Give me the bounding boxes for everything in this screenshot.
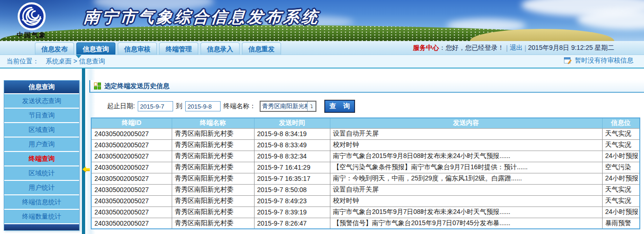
- cell-send-time: 2015-9-8 8:32:34: [254, 151, 330, 162]
- table-row[interactable]: 240305002005027 青秀区南阳新光村委 2015-9-7 8:49:…: [91, 195, 640, 206]
- table-row[interactable]: 240305002005027 青秀区南阳新光村委 2015-9-7 8:26:…: [91, 218, 640, 229]
- table-column-header: 发送内容: [330, 118, 602, 128]
- table-row[interactable]: 240305002005027 青秀区南阳新光村委 2015-9-8 8:34:…: [91, 128, 640, 139]
- separator: |: [506, 44, 508, 52]
- cell-terminal-name: 青秀区南阳新光村委: [172, 206, 254, 218]
- collapse-left-arrow-icon[interactable]: [82, 166, 90, 172]
- cell-send-content: 南宁市气象台2015年9月7日08时发布未来24小时天气预报......: [330, 206, 602, 218]
- table-row[interactable]: 240305002005027 青秀区南阳新光村委 2015-9-7 8:50:…: [91, 184, 640, 195]
- grid-blocks-icon: [94, 83, 101, 89]
- nav-tabs: 信息发布 信息查询 信息审核 终端管理 信息录入 信息重发: [35, 42, 281, 55]
- sidebar-item[interactable]: 节目查询: [4, 109, 79, 122]
- sidebar-item[interactable]: 发送状态查询: [4, 94, 79, 108]
- cell-terminal-name: 青秀区南阳新光村委: [172, 173, 254, 184]
- page-title: 南宁市气象综合信息发布系统: [83, 7, 320, 28]
- cell-send-content: 设置自动开关屏: [330, 128, 602, 139]
- cell-info-type: 空气污染: [602, 162, 640, 173]
- table-row[interactable]: 240305002005027 青秀区南阳新光村委 2015-9-7 16:35…: [91, 173, 640, 184]
- to-label: 到: [176, 102, 182, 110]
- cell-terminal-name: 青秀区南阳新光村委: [172, 162, 254, 173]
- sidebar-item[interactable]: 区域统计: [4, 166, 79, 180]
- table-body: 240305002005027 青秀区南阳新光村委 2015-9-8 8:34:…: [91, 128, 640, 229]
- terminal-select[interactable]: 青秀区南阳新光村委 ⤵: [260, 101, 316, 112]
- table-row[interactable]: 240305002005027 青秀区南阳新光村委 2015-9-8 8:33:…: [91, 139, 640, 151]
- breadcrumb-label: 当前位置：: [7, 57, 39, 65]
- cell-terminal-name: 青秀区南阳新光村委: [172, 195, 254, 206]
- cell-send-time: 2015-9-7 16:35:17: [254, 173, 330, 184]
- cell-send-content: 南宁市气象台2015年9月8日08时发布未来24小时天气预报......: [330, 151, 602, 162]
- nav-tab[interactable]: 信息发布: [35, 42, 74, 55]
- cell-send-time: 2015-9-8 8:34:19: [254, 128, 330, 139]
- pending-review-text: 暂时没有待审核信息: [575, 56, 633, 65]
- table-column-header: 发送时间: [254, 118, 330, 128]
- separator: |: [524, 44, 526, 52]
- cell-terminal-name: 青秀区南阳新光村委: [172, 139, 254, 151]
- cell-info-type: 天气实况: [602, 195, 640, 206]
- cell-info-type: 24小时预报: [602, 173, 640, 184]
- sidebar-item[interactable]: 终端数量统计: [4, 210, 79, 223]
- table-row[interactable]: 240305002005027 青秀区南阳新光村委 2015-9-7 16:41…: [91, 162, 640, 173]
- cell-send-time: 2015-9-7 16:41:29: [254, 162, 330, 173]
- nav-tab[interactable]: 信息录入: [201, 42, 240, 55]
- search-button[interactable]: 查 询: [325, 100, 355, 112]
- sidebar-divider: [82, 69, 85, 234]
- sidebar-item[interactable]: 终端信息统计: [4, 195, 79, 209]
- sidebar-item[interactable]: 终端查询: [4, 152, 79, 165]
- cell-send-content: 校对时钟: [330, 139, 602, 151]
- cell-send-content: 校对时钟: [330, 195, 602, 206]
- table-column-header: 终端ID: [91, 118, 172, 128]
- sidebar-item[interactable]: 用户统计: [4, 181, 79, 194]
- service-center-label: 服务中心: [413, 44, 439, 52]
- nav-tab[interactable]: 信息审核: [118, 42, 157, 55]
- breadcrumb-bar: 当前位置： 系统桌面 > 信息查询 暂时没有待审核信息: [0, 55, 644, 69]
- cell-terminal-id: 240305002005027: [91, 218, 172, 229]
- breadcrumb-path[interactable]: 系统桌面 > 信息查询: [46, 57, 105, 65]
- date-from-input[interactable]: [138, 101, 173, 111]
- cell-terminal-id: 240305002005027: [91, 173, 172, 184]
- query-form: 起止日期: 到 终端名称： 青秀区南阳新光村委 ⤵ 查 询: [89, 98, 644, 114]
- sidebar: 信息查询 发送状态查询 节目查询 区域查询 用户查询 终端查询 区域统计 用户统…: [4, 80, 80, 231]
- login-greeting: ：您好，您已经登录！: [439, 44, 504, 52]
- chevron-down-icon: ⤵: [307, 102, 315, 111]
- cell-terminal-name: 青秀区南阳新光村委: [172, 128, 254, 139]
- pending-review-notice[interactable]: 暂时没有待审核信息: [564, 56, 633, 65]
- cell-send-time: 2015-9-7 8:39:19: [254, 206, 330, 218]
- date-to-input[interactable]: [185, 101, 221, 111]
- logout-link[interactable]: 退出: [510, 44, 523, 52]
- cell-send-content: 【空气污染气象条件预报】南宁市气象台9月7日16时提供：预计......: [330, 162, 602, 173]
- nav-tab[interactable]: 信息查询: [76, 42, 115, 55]
- cell-terminal-id: 240305002005027: [91, 139, 172, 151]
- panel-header: 选定终端发送历史信息: [89, 80, 644, 93]
- sidebar-footer: [4, 224, 79, 230]
- sidebar-item[interactable]: 用户查询: [4, 138, 79, 151]
- collapse-arrow-stem: [86, 168, 90, 171]
- panel-title: 选定终端发送历史信息: [104, 82, 169, 90]
- table-header-row: 终端ID 终端名称 发送时间 发送内容 信息位: [91, 118, 640, 128]
- cell-info-type: 24小时预报: [602, 151, 640, 162]
- cell-terminal-name: 青秀区南阳新光村委: [172, 184, 254, 195]
- cell-terminal-id: 240305002005027: [91, 195, 172, 206]
- cell-send-content: 设置自动开关屏: [330, 184, 602, 195]
- cell-info-type: 天气实况: [602, 139, 640, 151]
- table-row[interactable]: 240305002005027 青秀区南阳新光村委 2015-9-8 8:32:…: [91, 151, 640, 162]
- table-row[interactable]: 240305002005027 青秀区南阳新光村委 2015-9-7 8:39:…: [91, 206, 640, 218]
- cma-spiral-logo-icon: [17, 2, 46, 31]
- sidebar-header: 信息查询: [4, 81, 79, 93]
- cell-terminal-id: 240305002005027: [91, 206, 172, 218]
- date-range-label: 起止日期:: [107, 102, 135, 110]
- nav-tab[interactable]: 信息重发: [242, 42, 281, 55]
- datetime-text: 2015年9月8日 9:12:25 星期二: [528, 44, 614, 52]
- cell-send-content: 南宁：今晚到明天，中雨，25到29度，偏东风1到2级。白露蹭......: [330, 173, 602, 184]
- cell-send-time: 2015-9-8 8:33:49: [254, 139, 330, 151]
- cell-info-type: 暴雨预警: [602, 218, 640, 229]
- cell-terminal-name: 青秀区南阳新光村委: [172, 218, 254, 229]
- cma-logo: 中国气象: [8, 2, 55, 40]
- table-column-header: 信息位: [602, 118, 640, 128]
- table-column-header: 终端名称: [172, 118, 254, 128]
- history-table-container: 终端ID 终端名称 发送时间 发送内容 信息位 240305002005027: [91, 117, 640, 229]
- history-table: 终端ID 终端名称 发送时间 发送内容 信息位 240305002005027: [91, 117, 640, 229]
- nav-tab[interactable]: 终端管理: [159, 42, 198, 55]
- cell-info-type: 天气实况: [602, 184, 640, 195]
- sidebar-item[interactable]: 区域查询: [4, 123, 79, 137]
- cell-terminal-id: 240305002005027: [91, 162, 172, 173]
